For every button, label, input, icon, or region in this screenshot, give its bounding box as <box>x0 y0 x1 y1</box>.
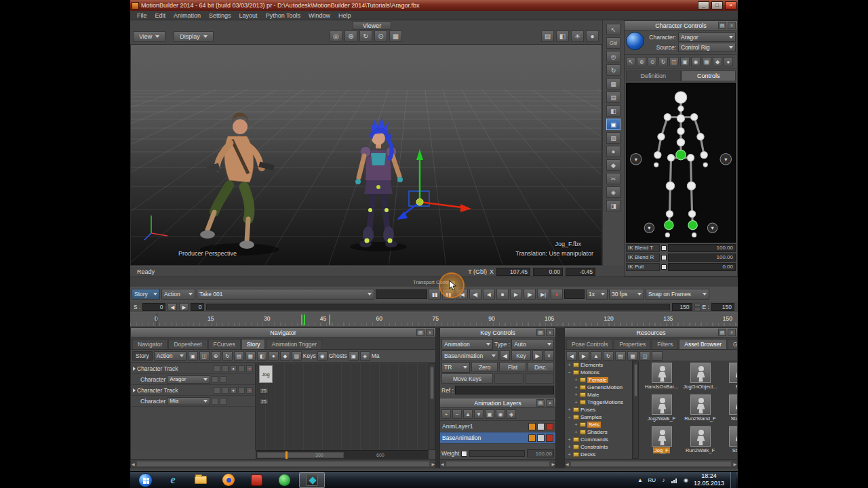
list-view-icon[interactable]: ▤ <box>615 351 626 361</box>
tab-properties[interactable]: Properties <box>614 339 651 349</box>
story-tool-6-icon[interactable]: ▦ <box>245 351 256 361</box>
forward-icon[interactable]: ▶ <box>578 351 589 361</box>
right-foot-effector[interactable] <box>688 220 697 229</box>
mode-action-button[interactable]: Action <box>161 289 195 300</box>
ik-pull-checkbox[interactable] <box>661 264 667 270</box>
range-prev-button[interactable]: ◀ <box>167 303 177 311</box>
layer-key-icon[interactable] <box>528 434 536 442</box>
close-icon[interactable]: × <box>426 329 434 336</box>
show-desktop-button[interactable] <box>730 472 736 488</box>
tree-item-elements[interactable]: +Elements <box>565 361 632 369</box>
frame-counter-field[interactable] <box>564 289 585 299</box>
camera-icon[interactable]: ● <box>586 30 599 42</box>
disc-button[interactable]: Disc. <box>528 362 554 372</box>
rotate-mode-icon[interactable]: ⊙ <box>648 57 657 66</box>
tree-item-sets[interactable]: +Sets <box>565 421 632 428</box>
resources-scrollbar[interactable]: ◀ ▶ <box>565 459 737 468</box>
layer-merge-icon[interactable]: ◈ <box>507 409 516 419</box>
track-anchor-icon[interactable] <box>220 398 226 405</box>
rig-nav-buttons[interactable] <box>630 154 731 233</box>
orbit-tool-icon[interactable]: ◎ <box>606 51 620 62</box>
character-avatar-icon[interactable] <box>626 32 644 50</box>
keying-icon[interactable]: ● <box>724 57 733 66</box>
tree-item-genericmotion[interactable]: +GenericMotion <box>565 384 632 391</box>
track-anchor-icon[interactable] <box>220 376 226 383</box>
tab-animation-trigger[interactable]: Animation Trigger <box>266 339 322 349</box>
track-solo-icon[interactable] <box>222 387 229 394</box>
story-mode-label[interactable]: Story <box>132 351 153 361</box>
viewport-3d-scene[interactable] <box>131 45 602 266</box>
zoom-icon[interactable]: ⊙ <box>374 30 387 42</box>
messenger-taskbar-button[interactable] <box>271 472 297 488</box>
playhead[interactable] <box>157 313 157 326</box>
expand-icon[interactable] <box>133 367 136 371</box>
hidden-icons-button[interactable]: ▲ <box>635 476 644 485</box>
character-controls-header[interactable]: Character Controls ▤ × <box>625 21 737 30</box>
asset-handsonbar[interactable]: HandsOnBar... <box>642 363 681 394</box>
mark-in-button[interactable]: ▮▮ <box>429 289 441 300</box>
diamond-tool-icon[interactable]: ◆ <box>606 159 620 171</box>
key-controls-header[interactable]: Key Controls ▤ × <box>440 328 555 338</box>
layer-mute-icon[interactable] <box>546 423 553 430</box>
animation-mode-select[interactable]: Animation <box>441 339 493 350</box>
ik-blend-t-checkbox[interactable] <box>661 245 667 251</box>
zoom-playhead[interactable] <box>285 451 288 459</box>
global-space-button[interactable]: Gbl <box>606 37 620 49</box>
full-body-icon[interactable]: ↻ <box>658 57 668 66</box>
half-square-tool-icon[interactable]: ◨ <box>606 200 620 211</box>
dock-icon[interactable]: ▤ <box>416 329 425 336</box>
timeline-ruler[interactable]: 015 3045 6075 90105 120135 150 <box>130 312 738 326</box>
ik-pull-value[interactable]: 0.00 <box>668 263 736 271</box>
asset-run2stand-f[interactable]: Run2Stand_F <box>681 394 719 426</box>
prev-key-button[interactable]: ◀ <box>500 350 510 361</box>
stop-button[interactable]: ■ <box>496 289 509 300</box>
tab-story[interactable]: Story <box>241 339 266 349</box>
menu-edit[interactable]: Edit <box>151 12 170 20</box>
asset-ru[interactable]: Ru <box>719 363 737 394</box>
layer-row-baseanimation[interactable]: BaseAnimation <box>440 432 555 444</box>
body-part-icon[interactable]: ◫ <box>669 57 679 66</box>
match-label[interactable]: Ma <box>372 352 380 359</box>
key-type-select[interactable]: Auto <box>511 339 554 350</box>
tab-definition[interactable]: Definition <box>626 70 681 81</box>
close-icon[interactable]: × <box>546 329 554 336</box>
tree-item-triggermotions[interactable]: +TriggerMotions <box>565 399 632 406</box>
start-frame-field[interactable]: 0 <box>142 303 165 311</box>
ik-blend-r-checkbox[interactable] <box>661 255 667 260</box>
tree-item-female[interactable]: +Female <box>565 376 632 384</box>
range-spinner[interactable] <box>694 304 701 311</box>
orbit-icon[interactable]: ◎ <box>330 30 342 42</box>
select-tool-icon[interactable]: ↖ <box>606 24 620 35</box>
play-button[interactable]: ▶ <box>510 289 522 300</box>
fps-select[interactable]: 30 fps <box>609 289 644 300</box>
list-tool-icon[interactable]: ▤ <box>606 92 620 103</box>
take-select[interactable]: Take 001 <box>197 289 374 300</box>
expand-icon[interactable] <box>133 388 136 392</box>
layer-lock-icon[interactable]: ▣ <box>485 409 494 419</box>
scroll-right-icon[interactable]: ▶ <box>431 462 435 466</box>
current-frame-field[interactable]: 0 <box>191 303 204 311</box>
story-tool-10-icon[interactable]: ▨ <box>292 351 302 361</box>
scrub-strip[interactable] <box>376 289 427 299</box>
cut-tool-icon[interactable]: ✂ <box>606 173 620 184</box>
track-solo-icon[interactable] <box>222 365 229 372</box>
close-icon[interactable]: × <box>728 22 736 29</box>
viewport-3d[interactable]: Producer Perspective Jog_F.fbx Translati… <box>130 44 602 266</box>
frame-all-icon[interactable]: ▦ <box>389 30 402 42</box>
language-indicator[interactable]: RU <box>648 477 656 483</box>
story-tool-4-icon[interactable]: ↻ <box>222 351 233 361</box>
navigator-header[interactable]: Navigator ▤ × <box>131 328 435 338</box>
asset-jog2walk-f[interactable]: Jog2Walk_F <box>642 394 681 426</box>
transport-controls-titlebar[interactable]: Transport Controls <box>130 277 738 287</box>
tree-item-male[interactable]: +Male <box>565 391 632 399</box>
menu-layout[interactable]: Layout <box>235 12 262 20</box>
menu-animation[interactable]: Animation <box>170 12 205 20</box>
blend-toggle-icon[interactable]: ◈ <box>360 351 370 361</box>
display-list-icon[interactable]: ▤ <box>541 30 554 42</box>
refresh-icon[interactable]: ↻ <box>603 351 614 361</box>
animation-layers-header[interactable]: Animation Layers ▤ × <box>440 399 555 408</box>
view-button[interactable]: View <box>133 31 165 42</box>
keys-label[interactable]: Keys <box>303 352 316 359</box>
step-forward-button[interactable]: |▶ <box>524 289 536 300</box>
track-lock-icon[interactable] <box>238 365 245 372</box>
